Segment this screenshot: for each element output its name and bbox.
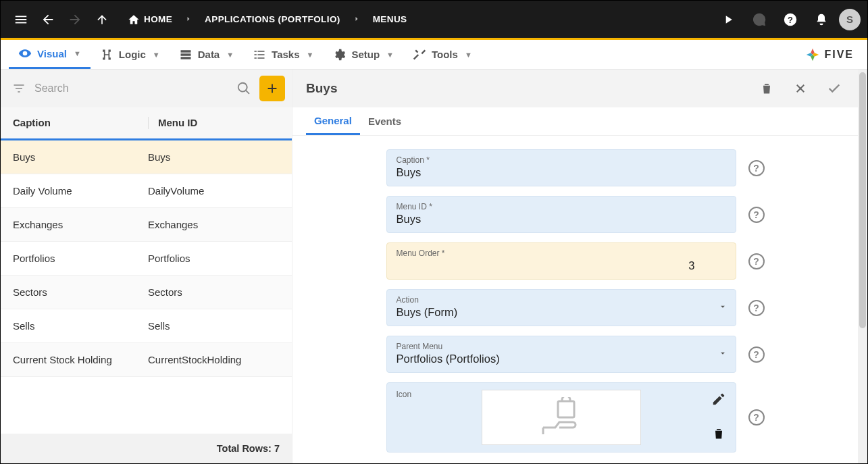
list-row[interactable]: Exchanges Exchanges (1, 208, 292, 242)
list-row[interactable]: Portfolios Portfolios (1, 242, 292, 276)
menu-logic[interactable]: Logic▼ (91, 40, 170, 69)
logic-icon (100, 48, 113, 61)
column-caption[interactable]: Caption (13, 117, 148, 129)
eye-icon (18, 47, 32, 60)
field-help-icon[interactable]: ? (748, 160, 765, 176)
close-button[interactable] (790, 78, 811, 99)
menu-tools[interactable]: Tools▼ (403, 40, 482, 69)
menuid-field[interactable]: Menu ID * Buys (386, 196, 736, 233)
edit-icon-button[interactable] (711, 392, 726, 409)
five-logo-icon (805, 47, 820, 62)
chevron-down-icon: ▼ (465, 51, 472, 59)
caption-field[interactable]: Caption * Buys (386, 149, 736, 186)
tab-events[interactable]: Events (360, 107, 409, 135)
menu-visual[interactable]: Visual▼ (9, 40, 91, 69)
column-menu-id[interactable]: Menu ID (158, 117, 197, 129)
app-header: HOME APPLICATIONS (PORTFOLIO) MENUS ? S (1, 1, 867, 38)
tasks-icon (253, 48, 266, 61)
list-row[interactable]: Sectors Sectors (1, 276, 292, 309)
chevron-down-icon: ▼ (307, 51, 314, 59)
list-body: Buys Buys Daily Volume DailyVolume Excha… (1, 140, 292, 434)
icon-field: Icon (386, 382, 736, 453)
list-header: Caption Menu ID (1, 107, 292, 140)
chevron-down-icon: ▼ (153, 51, 160, 59)
trash-icon (760, 82, 773, 95)
check-icon (827, 81, 842, 96)
scrollbar[interactable] (858, 70, 867, 463)
menu-setup[interactable]: Setup▼ (323, 40, 403, 69)
field-help-icon[interactable]: ? (748, 346, 765, 363)
chevron-down-icon (718, 302, 727, 314)
svg-text:?: ? (788, 14, 793, 24)
help-icon[interactable]: ? (777, 6, 804, 33)
icon-preview (482, 390, 641, 445)
page-title: Buys (306, 81, 337, 96)
filter-icon[interactable] (7, 77, 30, 100)
hamburger-icon[interactable] (7, 6, 34, 33)
chat-icon[interactable] (746, 6, 773, 33)
pencil-icon (711, 392, 726, 407)
close-icon (794, 82, 807, 95)
data-icon (179, 48, 193, 61)
header-actions: ? S (715, 6, 861, 33)
list-row[interactable]: Sells Sells (1, 309, 292, 343)
nav-back-icon[interactable] (34, 6, 61, 33)
delete-button[interactable] (757, 78, 777, 99)
workspace: Caption Menu ID Buys Buys Daily Volume D… (1, 70, 867, 463)
nav-forward-icon (61, 6, 88, 33)
breadcrumb-home[interactable]: HOME (122, 9, 178, 30)
run-icon[interactable] (715, 6, 742, 33)
list-row[interactable]: Daily Volume DailyVolume (1, 174, 292, 208)
search-row (1, 70, 292, 107)
detail-actions (757, 78, 844, 99)
field-help-icon[interactable]: ? (748, 253, 765, 269)
save-button[interactable] (824, 78, 844, 99)
breadcrumb-home-label: HOME (144, 14, 172, 24)
chevron-down-icon: ▼ (226, 51, 234, 59)
list-row[interactable]: Buys Buys (1, 140, 292, 174)
home-icon (128, 14, 140, 26)
chevron-down-icon (718, 349, 727, 361)
menuorder-field[interactable]: Menu Order * 3 (386, 242, 736, 280)
tools-icon (413, 48, 426, 61)
list-row[interactable]: Current Stock Holding CurrentStockHoldin… (1, 343, 292, 377)
list-panel: Caption Menu ID Buys Buys Daily Volume D… (1, 70, 292, 463)
parentmenu-field[interactable]: Parent Menu Portfolios (Portfolios) (386, 336, 736, 373)
brand-logo: FIVE (805, 47, 859, 62)
avatar[interactable]: S (839, 9, 861, 30)
bell-icon[interactable] (808, 6, 835, 33)
search-icon[interactable] (232, 77, 255, 100)
chevron-down-icon: ▼ (386, 51, 394, 59)
svg-rect-6 (558, 401, 574, 417)
menu-tasks[interactable]: Tasks▼ (243, 40, 323, 69)
field-help-icon[interactable]: ? (748, 300, 765, 316)
action-field[interactable]: Action Buys (Form) (386, 289, 736, 326)
chevron-right-icon (349, 12, 365, 26)
breadcrumb-menus[interactable]: MENUS (367, 10, 413, 28)
secondary-menu: Visual▼ Logic▼ Data▼ Tasks▼ Setup▼ Tools… (1, 40, 867, 70)
tab-general[interactable]: General (306, 107, 360, 135)
shopping-bag-hand-icon (538, 397, 585, 438)
add-button[interactable] (259, 76, 285, 101)
detail-panel: Buys General Events Caption * B (292, 70, 867, 463)
gear-icon (332, 48, 346, 61)
delete-icon-button[interactable] (712, 427, 725, 443)
chevron-right-icon (180, 12, 197, 26)
detail-header: Buys (292, 70, 858, 107)
nav-up-icon[interactable] (88, 6, 116, 33)
menu-data[interactable]: Data▼ (170, 40, 243, 69)
trash-icon (712, 427, 725, 440)
field-help-icon[interactable]: ? (748, 409, 765, 426)
plus-icon (265, 81, 280, 96)
search-input[interactable] (34, 82, 228, 95)
chevron-down-icon: ▼ (74, 49, 81, 57)
field-help-icon[interactable]: ? (748, 207, 765, 223)
breadcrumb-applications[interactable]: APPLICATIONS (PORTFOLIO) (199, 10, 346, 28)
detail-tabs: General Events (292, 107, 858, 136)
detail-body: Caption * Buys ? Menu ID * Buys ? Menu O… (292, 136, 858, 463)
breadcrumb: HOME APPLICATIONS (PORTFOLIO) MENUS (122, 9, 412, 30)
list-footer: Total Rows: 7 (1, 434, 292, 463)
